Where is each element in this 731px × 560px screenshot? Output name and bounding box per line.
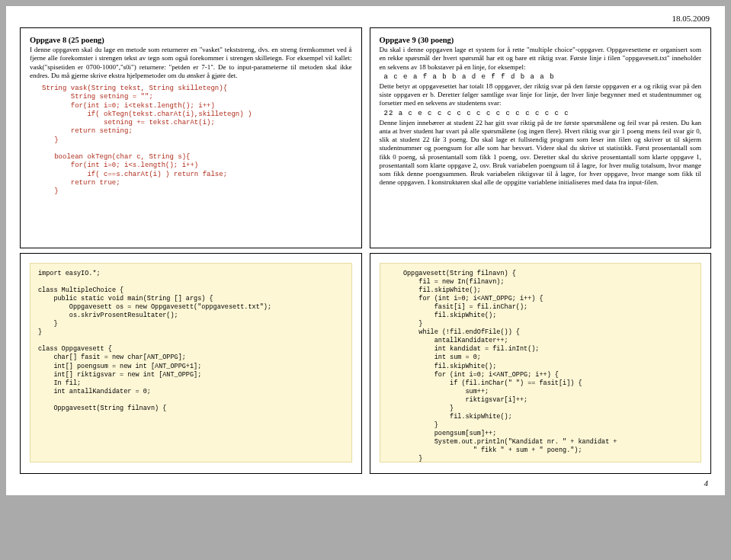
bottom-row: import easyIO.*; class MultipleChoice { … — [20, 253, 711, 474]
slide-code-right: Oppgavesett(String filnavn) { fil = new … — [370, 253, 712, 474]
codebox-right: Oppgavesett(String filnavn) { fil = new … — [380, 263, 702, 462]
slide8-code: String vask(String tekst, String skillet… — [42, 85, 352, 196]
slide9-p2: Dette betyr at oppgavesettet har totalt … — [380, 82, 702, 108]
slide-oppgave-8: Oppgave 8 (25 poeng) I denne oppgaven sk… — [20, 27, 362, 248]
slide9-title: Oppgave 9 (30 poeng) — [380, 36, 702, 44]
slide9-p1: Du skal i denne oppgaven lage et system … — [380, 46, 702, 72]
page-number: 4 — [14, 478, 708, 488]
slide-code-left: import easyIO.*; class MultipleChoice { … — [20, 253, 362, 474]
slide8-body: I denne oppgaven skal du lage en metode … — [30, 46, 352, 80]
slide-oppgave-9: Oppgave 9 (30 poeng) Du skal i denne opp… — [370, 27, 712, 248]
slide8-title: Oppgave 8 (25 poeng) — [30, 36, 352, 44]
top-row: Oppgave 8 (25 poeng) I denne oppgaven sk… — [20, 27, 711, 248]
slide9-seq2: 22 a c e c c c c c c c c c c c c c c c — [384, 110, 702, 117]
page: 18.05.2009 Oppgave 8 (25 poeng) I denne … — [6, 6, 725, 495]
slide9-p3: Denne linjen innebærer at student 22 har… — [380, 119, 702, 187]
header-date: 18.05.2009 — [14, 14, 710, 23]
slide9-seq1: a c e a f a b b a d e f f d b a a b — [384, 73, 702, 81]
codebox-left: import easyIO.*; class MultipleChoice { … — [30, 263, 352, 462]
